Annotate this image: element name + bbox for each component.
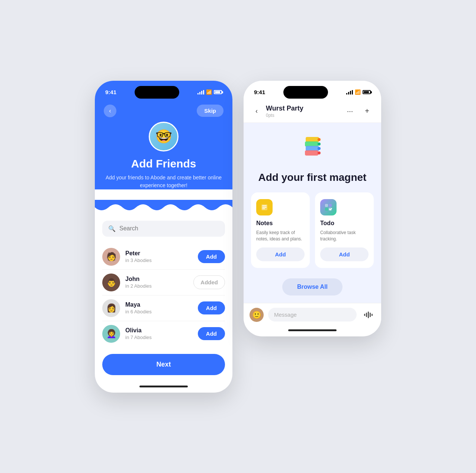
svg-point-5 bbox=[318, 143, 321, 146]
svg-rect-0 bbox=[306, 137, 319, 142]
nav-actions: ··· + bbox=[343, 105, 374, 118]
wave-divider bbox=[95, 200, 232, 213]
message-input[interactable]: Message bbox=[268, 308, 357, 322]
friend-item-peter: 🧑 Peter in 3 Abodies Add bbox=[102, 244, 225, 270]
home-indicator-1 bbox=[95, 383, 232, 393]
magnet-card-todo: Todo Collaborative task tracking. Add bbox=[315, 192, 374, 268]
added-button-john[interactable]: Added bbox=[193, 275, 225, 289]
screens-wrapper: 9:41 📶 ‹ Skip bbox=[95, 81, 381, 393]
friend-avatar-olivia: 👩‍🦱 bbox=[102, 325, 120, 343]
hero-title: Add Friends bbox=[104, 157, 223, 170]
dynamic-island-2 bbox=[283, 86, 328, 99]
next-button[interactable]: Next bbox=[102, 354, 225, 375]
todo-card-title: Todo bbox=[320, 220, 369, 227]
svg-rect-14 bbox=[325, 208, 328, 211]
phone2-nav: ‹ Wurst Party 0pts ··· + bbox=[251, 105, 374, 118]
friend-avatar-maya: 👩 bbox=[102, 299, 120, 317]
search-bar[interactable]: 🔍 bbox=[102, 221, 225, 237]
nav-title-wrap: Wurst Party 0pts bbox=[266, 105, 340, 118]
home-bar-2 bbox=[288, 329, 337, 331]
svg-rect-1 bbox=[305, 141, 318, 147]
svg-rect-17 bbox=[366, 313, 367, 317]
home-indicator-2 bbox=[244, 326, 381, 336]
add-button-maya[interactable]: Add bbox=[198, 301, 225, 314]
friend-item-john: 👨 John in 2 Abodies Added bbox=[102, 270, 225, 295]
svg-rect-2 bbox=[306, 146, 319, 151]
friend-avatar-peter: 🧑 bbox=[102, 248, 120, 266]
friend-avatar-john: 👨 bbox=[102, 274, 120, 291]
friend-info-peter: Peter in 3 Abodies bbox=[125, 250, 193, 263]
signal-bars-1 bbox=[197, 90, 204, 95]
message-bar: 🙂 Message bbox=[244, 303, 381, 326]
status-bar-1: 9:41 📶 bbox=[95, 81, 232, 102]
battery-icon-2 bbox=[363, 90, 371, 94]
phone-add-friends: 9:41 📶 ‹ Skip bbox=[95, 81, 232, 393]
friend-name-peter: Peter bbox=[125, 250, 193, 257]
hero-subtitle: Add your friends to Abode and create bet… bbox=[104, 174, 223, 189]
wifi-icon-1: 📶 bbox=[206, 89, 212, 95]
phone1-nav: ‹ Skip bbox=[104, 102, 223, 122]
status-bar-2: 9:41 📶 bbox=[244, 81, 381, 102]
svg-rect-3 bbox=[305, 150, 318, 156]
status-icons-2: 📶 bbox=[346, 89, 371, 95]
svg-rect-18 bbox=[368, 311, 369, 318]
friend-info-olivia: Olivia in 7 Abodies bbox=[125, 327, 193, 340]
next-btn-wrap: Next bbox=[95, 346, 232, 383]
search-input[interactable] bbox=[119, 225, 219, 232]
status-icons-1: 📶 bbox=[197, 89, 222, 95]
svg-rect-16 bbox=[364, 314, 365, 316]
svg-point-6 bbox=[318, 147, 321, 150]
add-button-olivia[interactable]: Add bbox=[198, 327, 225, 340]
notes-add-button[interactable]: Add bbox=[256, 247, 305, 261]
todo-card-desc: Collaborative task tracking. bbox=[320, 230, 369, 242]
friend-sub-maya: in 6 Abodies bbox=[125, 309, 193, 314]
friend-info-maya: Maya in 6 Abodies bbox=[125, 301, 193, 314]
message-avatar: 🙂 bbox=[250, 308, 264, 322]
back-button-2[interactable]: ‹ bbox=[251, 106, 262, 117]
phone1-body: 🔍 🧑 Peter in 3 Abodies Add 👨 bbox=[95, 213, 232, 346]
friend-item-maya: 👩 Maya in 6 Abodies Add bbox=[102, 295, 225, 321]
svg-rect-20 bbox=[372, 314, 373, 316]
dynamic-island-1 bbox=[135, 86, 179, 99]
hero-avatar-wrap: 🤓 bbox=[104, 122, 223, 151]
svg-rect-12 bbox=[325, 204, 328, 207]
todo-icon bbox=[320, 199, 337, 215]
browse-all-button[interactable]: Browse All bbox=[282, 278, 342, 295]
wifi-icon-2: 📶 bbox=[355, 89, 361, 95]
nav-subtitle: 0pts bbox=[266, 113, 340, 118]
phone1-header: ‹ Skip 🤓 Add Friends Add your friends to… bbox=[95, 102, 232, 189]
friend-sub-john: in 2 Abodies bbox=[125, 283, 188, 289]
svg-rect-19 bbox=[370, 313, 371, 317]
friend-item-olivia: 👩‍🦱 Olivia in 7 Abodies Add bbox=[102, 321, 225, 346]
nav-title: Wurst Party bbox=[266, 105, 340, 112]
add-nav-button[interactable]: + bbox=[360, 105, 374, 118]
svg-rect-13 bbox=[329, 204, 332, 207]
audio-button[interactable] bbox=[361, 308, 375, 322]
magnet-illustration bbox=[298, 134, 327, 164]
signal-bars-2 bbox=[346, 90, 353, 95]
friend-name-john: John bbox=[125, 276, 188, 282]
phone2-body: Add your first magnet Notes Easily keep bbox=[244, 123, 381, 303]
todo-add-button[interactable]: Add bbox=[320, 247, 369, 261]
add-button-peter[interactable]: Add bbox=[198, 250, 225, 263]
svg-point-4 bbox=[318, 138, 321, 141]
friend-sub-olivia: in 7 Abodies bbox=[125, 335, 193, 340]
friend-info-john: John in 2 Abodies bbox=[125, 276, 188, 289]
home-bar-1 bbox=[139, 386, 188, 387]
notes-card-desc: Easily keep track of notes, ideas and pl… bbox=[256, 230, 305, 242]
svg-point-7 bbox=[318, 151, 321, 154]
battery-icon-1 bbox=[214, 90, 222, 94]
search-icon: 🔍 bbox=[108, 225, 116, 232]
back-button-1[interactable]: ‹ bbox=[104, 105, 116, 117]
phone-magnet: 9:41 📶 ‹ Wurst Party bbox=[244, 81, 381, 336]
status-time-1: 9:41 bbox=[105, 89, 116, 95]
magnet-title: Add your first magnet bbox=[258, 171, 367, 184]
friend-name-maya: Maya bbox=[125, 301, 193, 308]
friend-name-olivia: Olivia bbox=[125, 327, 193, 334]
phone2-header: ‹ Wurst Party 0pts ··· + bbox=[244, 102, 381, 123]
magnet-cards: Notes Easily keep track of notes, ideas … bbox=[251, 192, 374, 268]
skip-button[interactable]: Skip bbox=[197, 105, 223, 117]
more-options-button[interactable]: ··· bbox=[343, 105, 357, 118]
hero-avatar: 🤓 bbox=[149, 122, 178, 151]
notes-icon bbox=[256, 199, 273, 215]
